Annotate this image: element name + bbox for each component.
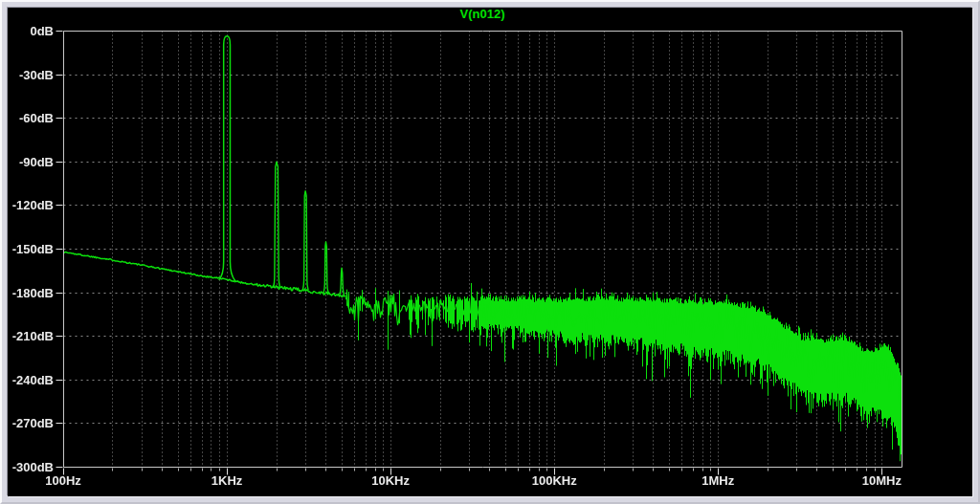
y-axis-label: -240dB <box>8 373 54 387</box>
y-axis-label: -300dB <box>8 460 54 474</box>
x-axis-label: 100KHz <box>511 473 597 488</box>
x-axis-label: 10MHz <box>838 473 924 488</box>
y-axis-label: -180dB <box>8 286 54 300</box>
y-axis-label: -120dB <box>8 198 54 212</box>
x-axis-label: 10KHz <box>347 473 434 488</box>
y-axis-label: -150dB <box>8 242 54 256</box>
x-axis-label: 100Hz <box>20 473 106 488</box>
spectrum-plot[interactable] <box>8 8 972 496</box>
x-axis-label: 1MHz <box>675 473 761 488</box>
waveform-viewer-window: V(n012) 0dB-30dB-60dB-90dB-120dB-150dB-1… <box>0 0 980 504</box>
y-axis-label: -270dB <box>8 416 54 430</box>
plot-client-area: V(n012) 0dB-30dB-60dB-90dB-120dB-150dB-1… <box>8 8 972 496</box>
x-axis-label: 1KHz <box>184 473 270 488</box>
y-axis-label: -90dB <box>8 155 54 169</box>
y-axis-label: 0dB <box>8 24 54 38</box>
y-axis-label: -30dB <box>8 68 54 82</box>
y-axis-label: -60dB <box>8 111 54 125</box>
y-axis-label: -210dB <box>8 329 54 343</box>
